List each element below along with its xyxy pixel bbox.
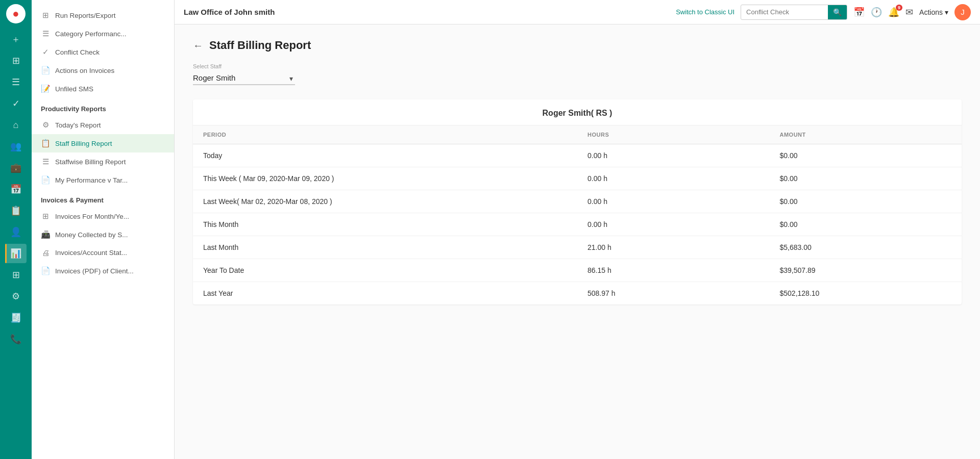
- money-collected-icon: 📠: [41, 230, 50, 239]
- cell-period-2: Last Week( Mar 02, 2020-Mar 08, 2020 ): [193, 190, 577, 213]
- report-staff-name: Roger Smith( RS ): [193, 99, 962, 125]
- content-header: ← Staff Billing Report: [193, 39, 962, 52]
- iconbar-grid[interactable]: ⊞: [5, 51, 27, 70]
- sidebar-item-invoices-month[interactable]: ⊞ Invoices For Month/Ye...: [32, 207, 174, 225]
- sidebar-item-category-performance[interactable]: ☰ Category Performanc...: [32, 24, 174, 43]
- iconbar-list[interactable]: ☰: [5, 72, 27, 92]
- cell-hours-1: 0.00 h: [577, 167, 770, 190]
- actions-chevron-icon: ▾: [945, 8, 948, 16]
- cell-period-0: Today: [193, 144, 577, 167]
- sidebar-item-todays-report[interactable]: ⚙ Today's Report: [32, 116, 174, 134]
- cell-period-5: Year To Date: [193, 259, 577, 282]
- actions-invoices-icon: 📄: [41, 66, 50, 75]
- sidebar-item-money-collected[interactable]: 📠 Money Collected by S...: [32, 225, 174, 244]
- sidebar-item-unfiled-sms[interactable]: 📝 Unfiled SMS: [32, 80, 174, 98]
- mail-icon[interactable]: ✉: [905, 7, 913, 18]
- iconbar-people[interactable]: 👥: [5, 137, 27, 156]
- sidebar-item-staffwise-billing[interactable]: ☰ Staffwise Billing Report: [32, 152, 174, 171]
- search-input[interactable]: [741, 6, 828, 18]
- col-amount-header: AMOUNT: [770, 125, 962, 144]
- brand-name: Law Office of John smith: [184, 8, 275, 16]
- todays-report-icon: ⚙: [41, 120, 50, 130]
- report-table: PERIOD HOURS AMOUNT Today 0.00 h $0.00 T…: [193, 125, 962, 304]
- iconbar-invoice[interactable]: 🧾: [5, 308, 27, 327]
- search-button[interactable]: 🔍: [828, 5, 847, 19]
- staff-select-label: Select Staff: [193, 63, 962, 69]
- content-area: ← Staff Billing Report Select Staff Roge…: [175, 24, 980, 459]
- iconbar-calendar[interactable]: 📅: [5, 180, 27, 199]
- cell-amount-0: $0.00: [770, 144, 962, 167]
- cell-hours-2: 0.00 h: [577, 190, 770, 213]
- invoices-section-title: Invoices & Payment: [32, 189, 174, 207]
- table-row: Last Month 21.00 h $5,683.00: [193, 236, 962, 259]
- notification-badge: 9: [896, 5, 902, 11]
- iconbar-apps[interactable]: ⊞: [5, 265, 27, 285]
- run-reports-icon: ⊞: [41, 11, 50, 20]
- cell-hours-4: 21.00 h: [577, 236, 770, 259]
- back-button[interactable]: ←: [193, 40, 203, 52]
- staff-select-dropdown[interactable]: Roger Smith: [193, 71, 295, 85]
- staff-select-wrapper[interactable]: Roger Smith: [193, 71, 295, 85]
- staff-select-section: Select Staff Roger Smith: [193, 63, 962, 85]
- sidebar-item-run-reports[interactable]: ⊞ Run Reports/Export: [32, 6, 174, 24]
- sidebar: ⊞ Run Reports/Export ☰ Category Performa…: [32, 0, 175, 459]
- table-row: Today 0.00 h $0.00: [193, 144, 962, 167]
- calendar-nav-icon[interactable]: 📅: [853, 7, 865, 18]
- sidebar-item-invoices-account[interactable]: 🖨 Invoices/Account Stat...: [32, 244, 174, 262]
- iconbar-tasks[interactable]: 📋: [5, 201, 27, 220]
- cell-period-4: Last Month: [193, 236, 577, 259]
- icon-bar: ● ＋ ⊞ ☰ ✓ ⌂ 👥 💼 📅 📋 👤 📊 ⊞ ⚙ 🧾 📞: [0, 0, 32, 459]
- iconbar-person[interactable]: 👤: [5, 222, 27, 242]
- table-row: Year To Date 86.15 h $39,507.89: [193, 259, 962, 282]
- table-row: Last Week( Mar 02, 2020-Mar 08, 2020 ) 0…: [193, 190, 962, 213]
- cell-amount-4: $5,683.00: [770, 236, 962, 259]
- actions-dropdown[interactable]: Actions ▾: [919, 8, 948, 16]
- search-bar[interactable]: 🔍: [741, 5, 847, 20]
- invoices-month-icon: ⊞: [41, 212, 50, 221]
- invoices-pdf-icon: 📄: [41, 266, 50, 275]
- switch-classic-link[interactable]: Switch to Classic UI: [676, 8, 734, 16]
- iconbar-gear[interactable]: ⚙: [5, 287, 27, 306]
- cell-amount-2: $0.00: [770, 190, 962, 213]
- cell-amount-3: $0.00: [770, 213, 962, 236]
- productivity-section-title: Productivity Reports: [32, 98, 174, 116]
- category-icon: ☰: [41, 29, 50, 38]
- main-area: Law Office of John smith Switch to Class…: [175, 0, 980, 459]
- cell-hours-3: 0.00 h: [577, 213, 770, 236]
- cell-amount-6: $502,128.10: [770, 282, 962, 305]
- iconbar-phone[interactable]: 📞: [5, 329, 27, 349]
- sidebar-item-conflict-check[interactable]: ✓ Conflict Check: [32, 43, 174, 61]
- cell-hours-0: 0.00 h: [577, 144, 770, 167]
- cell-period-3: This Month: [193, 213, 577, 236]
- cell-hours-6: 508.97 h: [577, 282, 770, 305]
- iconbar-chart[interactable]: 📊: [5, 244, 27, 263]
- sidebar-item-staff-billing-report[interactable]: 📋 Staff Billing Report: [32, 134, 174, 152]
- report-section: Roger Smith( RS ) PERIOD HOURS AMOUNT To…: [193, 99, 962, 304]
- table-header-row: PERIOD HOURS AMOUNT: [193, 125, 962, 144]
- conflict-check-icon: ✓: [41, 47, 50, 57]
- cell-amount-1: $0.00: [770, 167, 962, 190]
- invoices-account-icon: 🖨: [41, 248, 50, 257]
- top-nav: Law Office of John smith Switch to Class…: [175, 0, 980, 24]
- app-logo[interactable]: ●: [6, 4, 26, 23]
- sidebar-item-actions-on-invoices[interactable]: 📄 Actions on Invoices: [32, 61, 174, 80]
- user-avatar[interactable]: J: [954, 4, 971, 20]
- staff-billing-icon: 📋: [41, 139, 50, 148]
- sidebar-item-invoices-pdf[interactable]: 📄 Invoices (PDF) of Client...: [32, 262, 174, 280]
- staffwise-icon: ☰: [41, 157, 50, 166]
- iconbar-briefcase[interactable]: 💼: [5, 158, 27, 177]
- sidebar-item-my-performance[interactable]: 📄 My Performance v Tar...: [32, 171, 174, 189]
- cell-hours-5: 86.15 h: [577, 259, 770, 282]
- col-period-header: PERIOD: [193, 125, 577, 144]
- page-title: Staff Billing Report: [209, 39, 311, 52]
- cell-period-1: This Week ( Mar 09, 2020-Mar 09, 2020 ): [193, 167, 577, 190]
- iconbar-plus[interactable]: ＋: [5, 30, 27, 49]
- notification-icon[interactable]: 🔔 9: [888, 7, 899, 18]
- iconbar-check[interactable]: ✓: [5, 94, 27, 113]
- table-row: Last Year 508.97 h $502,128.10: [193, 282, 962, 305]
- unfiled-sms-icon: 📝: [41, 84, 50, 93]
- clock-nav-icon[interactable]: 🕐: [871, 7, 882, 18]
- cell-amount-5: $39,507.89: [770, 259, 962, 282]
- iconbar-home[interactable]: ⌂: [5, 115, 27, 135]
- table-row: This Month 0.00 h $0.00: [193, 213, 962, 236]
